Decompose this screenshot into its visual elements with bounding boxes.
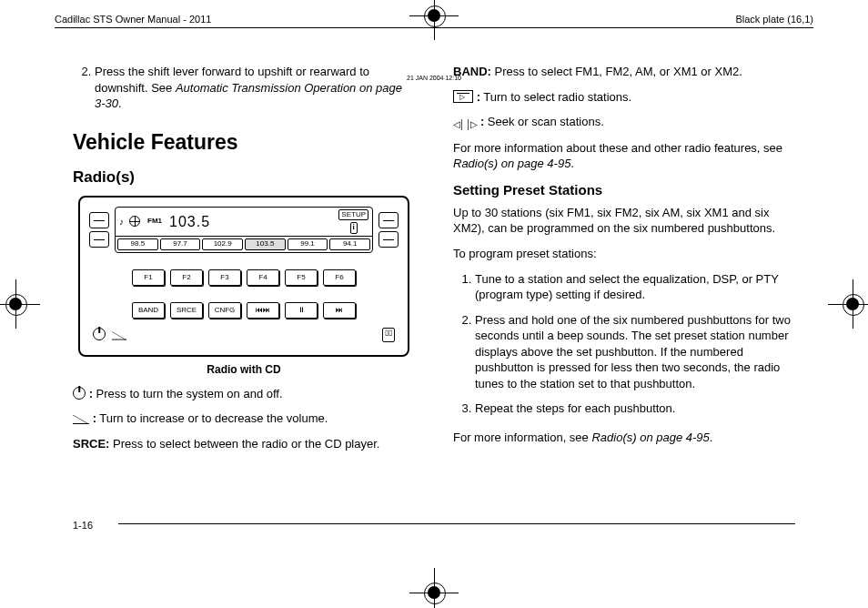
preset-3: 102.9 — [202, 238, 243, 250]
f4-button: F4 — [247, 269, 279, 286]
radio-info-label: i — [350, 222, 358, 234]
f6-button: F6 — [323, 269, 356, 286]
tune-desc: : Turn to select radio stations. — [453, 89, 795, 106]
f1-button: F1 — [132, 269, 165, 286]
column-left: Press the shift lever forward to upshift… — [73, 64, 415, 517]
registration-mark-bottom — [409, 568, 459, 608]
srce-button: SRCE — [170, 302, 203, 319]
radio-bottom-buttons: BAND SRCE CNFG ⏮⏭ ⏸ ⏭ — [89, 302, 399, 319]
radio-side-buttons-left — [89, 207, 109, 253]
dolby-icon: ▯▯ — [382, 328, 395, 342]
heading-radios: Radio(s) — [73, 167, 415, 188]
preset-steps: Tune to a station and select the equaliz… — [453, 271, 795, 417]
seek-desc: ◁│ │▷ : Seek or scan stations. — [453, 114, 795, 131]
volume-wedge-icon — [111, 332, 126, 340]
preset-lead: To program preset stations: — [453, 246, 795, 262]
preset-more-info: For more information, see Radio(s) on pa… — [453, 430, 795, 446]
radio-frequency: 103.5 — [169, 212, 210, 232]
preset-step-2: Press and hold one of the six numbered p… — [475, 312, 795, 392]
preset-1: 98.5 — [117, 238, 158, 250]
page-header: Cadillac STS Owner Manual - 2011 Black p… — [55, 13, 813, 26]
preset-step-1: Tune to a station and select the equaliz… — [475, 271, 795, 303]
band-button: BAND — [132, 302, 165, 319]
footer-rule-line — [118, 523, 795, 524]
radio-setup-label: SETUP — [338, 209, 368, 221]
figure-caption: Radio with CD — [73, 362, 415, 377]
header-rule — [55, 27, 813, 28]
f2-button: F2 — [170, 269, 203, 286]
radio-timestamp: 21 JAN 2004 12:10 — [407, 74, 461, 82]
page-footer: 1-16 — [73, 517, 795, 533]
preset-intro: Up to 30 stations (six FM1, six FM2, six… — [453, 205, 795, 237]
power-icon — [73, 387, 86, 400]
radio-more-info: For more information about these and oth… — [453, 140, 795, 172]
band-desc: BAND: Press to select FM1, FM2, AM, or X… — [453, 64, 795, 80]
power-desc: : Press to turn the system on and off. — [73, 386, 415, 402]
preset-6: 94.1 — [329, 238, 370, 250]
seek-scan-icon: ◁│ │▷ — [453, 118, 477, 131]
registration-mark-left — [0, 279, 40, 329]
preset-2: 97.7 — [160, 238, 201, 250]
seek-button: ⏮⏭ — [247, 302, 279, 319]
xref-radios-2: Radio(s) on page 4-95 — [591, 431, 709, 444]
pause-button: ⏸ — [285, 302, 318, 319]
column-right: BAND: Press to select FM1, FM2, AM, or X… — [453, 64, 795, 517]
heading-preset-stations: Setting Preset Stations — [453, 181, 795, 199]
preset-4: 103.5 — [245, 238, 286, 250]
cnfg-button: CNFG — [208, 302, 241, 319]
radio-f-buttons: F1 F2 F3 F4 F5 F6 — [89, 269, 399, 286]
preset-5: 99.1 — [288, 238, 328, 250]
radio-illustration: ♪ FM1 103.5 21 JAN 2004 12:10 SETUP i 98… — [78, 196, 409, 357]
radio-side-buttons-right — [378, 207, 399, 253]
preset-step-3: Repeat the steps for each pushbutton. — [475, 400, 795, 417]
volume-wedge-icon — [73, 415, 89, 424]
radio-display: ♪ FM1 103.5 21 JAN 2004 12:10 SETUP i 98… — [115, 207, 373, 253]
xref-radios-1: Radio(s) on page 4-95 — [453, 157, 570, 170]
page-number: 1-16 — [73, 520, 93, 531]
radio-band-indicator: FM1 — [147, 217, 162, 227]
f3-button: F3 — [208, 269, 241, 286]
header-left: Cadillac STS Owner Manual - 2011 — [55, 13, 434, 26]
music-note-icon: ♪ — [119, 216, 124, 228]
registration-mark-right — [828, 279, 868, 329]
heading-vehicle-features: Vehicle Features — [73, 128, 415, 157]
power-icon — [93, 328, 106, 340]
next-button: ⏭ — [323, 302, 356, 319]
f5-button: F5 — [285, 269, 318, 286]
tape-icon — [453, 90, 473, 103]
srce-desc: SRCE: Press to select between the radio … — [73, 436, 415, 452]
header-right: Black plate (16,1) — [434, 13, 813, 26]
volume-desc: : Turn to increase or to decrease the vo… — [73, 410, 415, 427]
shift-lever-step: Press the shift lever forward to upshift… — [95, 64, 415, 112]
radio-preset-strip: 98.5 97.7 102.9 103.5 99.1 94.1 — [116, 237, 372, 252]
globe-icon — [129, 216, 140, 227]
